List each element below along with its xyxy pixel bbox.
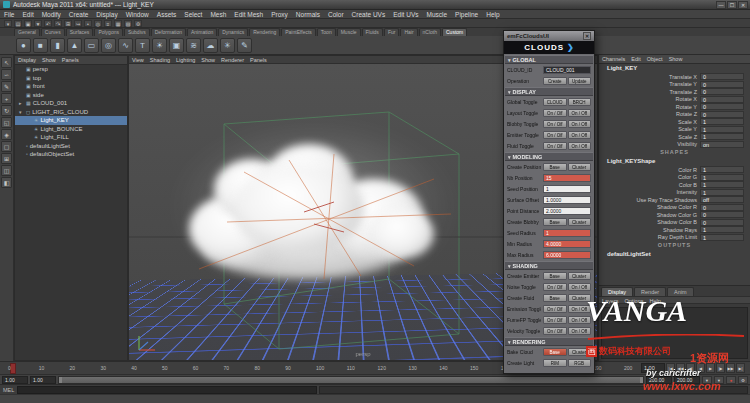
window-minimize-button[interactable]: — xyxy=(716,1,726,9)
outliner-item-persp[interactable]: ▣persp xyxy=(15,65,127,74)
channel-value-field[interactable]: 0 xyxy=(700,111,744,118)
channel-value-field[interactable]: 1 xyxy=(700,226,744,233)
auto-keyframe-toggle[interactable]: ● xyxy=(726,376,736,384)
rotate-tool[interactable]: ↻ xyxy=(1,105,12,116)
channel-value-field[interactable]: 1 xyxy=(700,234,744,241)
channel-value-field[interactable]: 0 xyxy=(700,204,744,211)
render-current-frame-icon[interactable]: ▦ xyxy=(114,20,122,27)
shelf-fluid-icon[interactable]: ≋ xyxy=(186,38,201,53)
undo-icon[interactable]: ↶ xyxy=(44,20,52,27)
outliner-item-cloud-001[interactable]: ▸▦CLOUD_001 xyxy=(15,99,127,108)
shelf-cloud-icon[interactable]: ☁ xyxy=(203,38,218,53)
clouds-window-titlebar[interactable]: emFcCloudsUI ✕ xyxy=(504,31,594,41)
menu-file[interactable]: File xyxy=(0,10,18,18)
menu-help[interactable]: Help xyxy=(482,10,503,18)
outliner-item-light-bounce[interactable]: ☀Light_BOUNCE xyxy=(15,125,127,134)
shelf-tab-fluids[interactable]: Fluids xyxy=(362,28,383,36)
channel-value-field[interactable]: off xyxy=(700,196,744,203)
shelf-tab-rendering[interactable]: Rendering xyxy=(249,28,280,36)
clouds-section-modeling[interactable]: ▾MODELING xyxy=(505,152,593,161)
min-radius-field[interactable]: 4.0000 xyxy=(543,240,591,248)
channel-node-defaultlightset[interactable]: defaultLightSet xyxy=(599,250,750,259)
shelf-tab-curves[interactable]: Curves xyxy=(41,28,65,36)
shelf-curve-icon[interactable]: ∿ xyxy=(118,38,133,53)
surface-offset-field[interactable]: 1.0000 xyxy=(543,196,591,204)
seed-position-field[interactable]: 1 xyxy=(543,185,591,193)
channelbox-menu-edit[interactable]: Edit xyxy=(628,55,643,63)
velocity-toggle-on-off-button[interactable]: On / Off xyxy=(543,327,567,335)
clouds-section-global[interactable]: ▾GLOBAL xyxy=(505,55,593,64)
channel-value-field[interactable]: 1 xyxy=(700,181,744,188)
shelf-camera-icon[interactable]: ▣ xyxy=(169,38,184,53)
channel-value-field[interactable]: 1 xyxy=(700,126,744,133)
layout-toggle-on-off-button[interactable]: On / Off xyxy=(568,109,592,117)
outliner-item-side[interactable]: ▣side xyxy=(15,91,127,100)
create-light-rim-button[interactable]: RIM xyxy=(543,359,567,367)
create-light-rgb-button[interactable]: RGB xyxy=(568,359,592,367)
create-blobby-cluster-button[interactable]: Cluster xyxy=(568,218,592,226)
lasso-select-tool[interactable]: ∽ xyxy=(1,69,12,80)
command-line-input[interactable] xyxy=(17,386,317,394)
shelf-light-icon[interactable]: ☀ xyxy=(152,38,167,53)
cloud-id-field[interactable]: CLOUD_001 xyxy=(543,66,591,74)
channel-value-field[interactable]: 1 xyxy=(700,133,744,140)
operation-create-button[interactable]: Create xyxy=(543,77,567,85)
shelf-tab-custom[interactable]: Custom xyxy=(442,28,467,36)
select-tool[interactable]: ↖ xyxy=(1,57,12,68)
menu-set-selector[interactable]: ▾ xyxy=(4,20,12,27)
channel-value-field[interactable]: 1 xyxy=(700,174,744,181)
channelbox-menu-channels[interactable]: Channels xyxy=(599,55,628,63)
point-distance-field[interactable]: 2.0000 xyxy=(543,207,591,215)
universal-manipulator-tool[interactable]: ◈ xyxy=(1,129,12,140)
close-icon[interactable]: ✕ xyxy=(583,32,591,40)
clouds-section-shading[interactable]: ▾SHADING xyxy=(505,261,593,270)
create-emitter-base-button[interactable]: Base xyxy=(543,272,567,280)
shelf-tab-general[interactable]: General xyxy=(14,28,40,36)
channelbox-menu-object[interactable]: Object xyxy=(644,55,666,63)
construction-history-icon[interactable]: ≡ xyxy=(104,20,112,27)
channel-value-field[interactable]: 1 xyxy=(700,118,744,125)
channel-value-field[interactable]: 0 xyxy=(700,73,744,80)
menu-color[interactable]: Color xyxy=(324,10,348,18)
playback-start-field[interactable]: 1.00 xyxy=(30,376,56,384)
open-scene-icon[interactable]: ▣ xyxy=(24,20,32,27)
menu-pipeline[interactable]: Pipeline xyxy=(451,10,482,18)
shelf-tab-animation[interactable]: Animation xyxy=(187,28,217,36)
shelf-torus-icon[interactable]: ◎ xyxy=(101,38,116,53)
shelf-tab-ncloth[interactable]: nCloth xyxy=(419,28,441,36)
outliner-menu-panels[interactable]: Panels xyxy=(59,56,82,64)
render-settings-icon[interactable]: ⚙ xyxy=(134,20,142,27)
channel-value-field[interactable]: 0 xyxy=(700,88,744,95)
viewport-menu-shading[interactable]: Shading xyxy=(147,56,173,63)
paint-select-tool[interactable]: ✎ xyxy=(1,81,12,92)
nb-position-field[interactable]: 15 xyxy=(543,174,591,182)
channel-node-light-keyshape[interactable]: Light_KEYShape xyxy=(599,157,750,166)
operation-update-button[interactable]: Update xyxy=(568,77,592,85)
shelf-tab-toon[interactable]: Toon xyxy=(317,28,336,36)
shelf-particle-icon[interactable]: ✳ xyxy=(220,38,235,53)
menu-assets[interactable]: Assets xyxy=(153,10,181,18)
emitter-toggle-on-off-button[interactable]: On / Off xyxy=(568,131,592,139)
shelf-plane-icon[interactable]: ▭ xyxy=(84,38,99,53)
shelf-sphere-icon[interactable]: ● xyxy=(16,38,31,53)
menu-edit-uvs[interactable]: Edit UVs xyxy=(389,10,422,18)
emission-toggle-on-off-button[interactable]: On / Off xyxy=(543,305,567,313)
bake-cloud-base-button[interactable]: Base xyxy=(543,348,567,356)
menu-mesh[interactable]: Mesh xyxy=(206,10,230,18)
create-fluid-base-button[interactable]: Base xyxy=(543,294,567,302)
channel-value-field[interactable]: 1 xyxy=(700,166,744,173)
save-scene-icon[interactable]: ▼ xyxy=(34,20,42,27)
fumefp-toggle-on-off-button[interactable]: On / Off xyxy=(543,316,567,324)
layout-four-pane-icon[interactable]: ⊞ xyxy=(1,153,12,164)
menu-modify[interactable]: Modify xyxy=(38,10,65,18)
animation-start-field[interactable]: 1.00 xyxy=(2,376,28,384)
window-close-button[interactable]: ✕ xyxy=(738,1,748,9)
snap-point-icon[interactable]: • xyxy=(84,20,92,27)
channel-value-field[interactable]: 0 xyxy=(700,219,744,226)
shelf-tab-surfaces[interactable]: Surfaces xyxy=(66,28,94,36)
create-position-base-button[interactable]: Base xyxy=(543,163,567,171)
fluid-toggle-on-off-button[interactable]: On / Off xyxy=(568,142,592,150)
layout-split-pane-icon[interactable]: ◫ xyxy=(1,165,12,176)
blobby-toggle-on-off-button[interactable]: On / Off xyxy=(543,120,567,128)
menu-select[interactable]: Select xyxy=(180,10,206,18)
